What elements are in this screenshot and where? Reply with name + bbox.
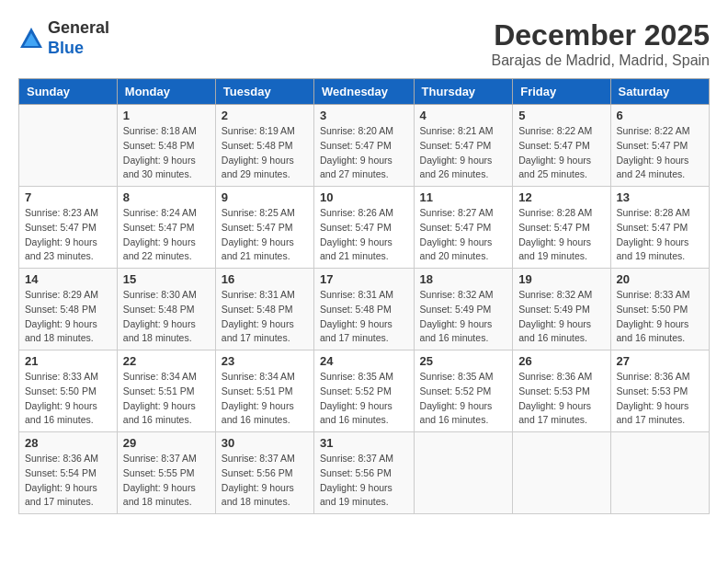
calendar-cell: [513, 432, 610, 514]
day-info: Sunrise: 8:35 AMSunset: 5:52 PMDaylight:…: [420, 370, 507, 428]
location-title: Barajas de Madrid, Madrid, Spain: [492, 52, 710, 69]
day-info: Sunrise: 8:24 AMSunset: 5:47 PMDaylight:…: [123, 206, 210, 264]
day-number: 9: [222, 190, 308, 204]
logo-text: General Blue: [48, 18, 109, 58]
day-number: 27: [617, 354, 703, 368]
day-header-sunday: Sunday: [19, 79, 118, 105]
calendar-cell: 4Sunrise: 8:21 AMSunset: 5:47 PMDaylight…: [414, 105, 513, 187]
calendar-cell: 3Sunrise: 8:20 AMSunset: 5:47 PMDaylight…: [314, 105, 415, 187]
calendar-cell: 7Sunrise: 8:23 AMSunset: 5:47 PMDaylight…: [19, 187, 118, 269]
day-info: Sunrise: 8:26 AMSunset: 5:47 PMDaylight:…: [320, 206, 408, 264]
day-info: Sunrise: 8:37 AMSunset: 5:56 PMDaylight:…: [222, 452, 308, 510]
calendar-cell: 16Sunrise: 8:31 AMSunset: 5:48 PMDayligh…: [215, 269, 313, 350]
day-info: Sunrise: 8:31 AMSunset: 5:48 PMDaylight:…: [222, 288, 308, 346]
day-number: 5: [518, 109, 604, 122]
day-info: Sunrise: 8:36 AMSunset: 5:53 PMDaylight:…: [518, 370, 604, 428]
day-info: Sunrise: 8:18 AMSunset: 5:48 PMDaylight:…: [123, 124, 210, 182]
calendar-cell: [414, 432, 513, 514]
calendar-week-row: 7Sunrise: 8:23 AMSunset: 5:47 PMDaylight…: [19, 187, 710, 269]
logo-blue: Blue: [48, 39, 84, 57]
day-info: Sunrise: 8:22 AMSunset: 5:47 PMDaylight:…: [518, 124, 604, 182]
day-info: Sunrise: 8:34 AMSunset: 5:51 PMDaylight:…: [222, 370, 308, 428]
day-header-tuesday: Tuesday: [215, 79, 313, 105]
calendar-cell: 8Sunrise: 8:24 AMSunset: 5:47 PMDaylight…: [117, 187, 215, 269]
calendar-cell: 1Sunrise: 8:18 AMSunset: 5:48 PMDaylight…: [117, 105, 215, 187]
day-info: Sunrise: 8:25 AMSunset: 5:47 PMDaylight:…: [222, 206, 308, 264]
calendar-cell: 10Sunrise: 8:26 AMSunset: 5:47 PMDayligh…: [314, 187, 415, 269]
day-number: 18: [420, 272, 507, 286]
day-header-monday: Monday: [117, 79, 215, 105]
calendar-cell: [19, 105, 118, 187]
day-info: Sunrise: 8:37 AMSunset: 5:55 PMDaylight:…: [123, 452, 210, 510]
calendar-cell: 26Sunrise: 8:36 AMSunset: 5:53 PMDayligh…: [513, 350, 610, 432]
calendar-cell: 30Sunrise: 8:37 AMSunset: 5:56 PMDayligh…: [215, 432, 313, 514]
calendar-cell: 6Sunrise: 8:22 AMSunset: 5:47 PMDaylight…: [610, 105, 709, 187]
day-info: Sunrise: 8:20 AMSunset: 5:47 PMDaylight:…: [320, 124, 408, 182]
day-info: Sunrise: 8:34 AMSunset: 5:51 PMDaylight:…: [123, 370, 210, 428]
calendar-cell: 14Sunrise: 8:29 AMSunset: 5:48 PMDayligh…: [19, 269, 118, 350]
calendar-cell: 9Sunrise: 8:25 AMSunset: 5:47 PMDaylight…: [215, 187, 313, 269]
day-number: 25: [420, 354, 507, 368]
calendar-week-row: 21Sunrise: 8:33 AMSunset: 5:50 PMDayligh…: [19, 350, 710, 432]
day-info: Sunrise: 8:21 AMSunset: 5:47 PMDaylight:…: [420, 124, 507, 182]
calendar-cell: 2Sunrise: 8:19 AMSunset: 5:48 PMDaylight…: [215, 105, 313, 187]
day-number: 3: [320, 109, 408, 122]
calendar-cell: 17Sunrise: 8:31 AMSunset: 5:48 PMDayligh…: [314, 269, 415, 350]
month-title: December 2025: [492, 18, 710, 52]
logo: General Blue: [18, 18, 109, 58]
calendar-cell: 25Sunrise: 8:35 AMSunset: 5:52 PMDayligh…: [414, 350, 513, 432]
day-number: 31: [320, 436, 408, 450]
calendar-cell: 22Sunrise: 8:34 AMSunset: 5:51 PMDayligh…: [117, 350, 215, 432]
day-number: 1: [123, 109, 210, 122]
day-info: Sunrise: 8:32 AMSunset: 5:49 PMDaylight:…: [420, 288, 507, 346]
calendar-cell: 12Sunrise: 8:28 AMSunset: 5:47 PMDayligh…: [513, 187, 610, 269]
calendar-week-row: 28Sunrise: 8:36 AMSunset: 5:54 PMDayligh…: [19, 432, 710, 514]
day-number: 13: [617, 190, 703, 204]
logo-general: General: [48, 18, 109, 37]
day-number: 10: [320, 190, 408, 204]
day-info: Sunrise: 8:19 AMSunset: 5:48 PMDaylight:…: [222, 124, 308, 182]
day-number: 17: [320, 272, 408, 286]
day-number: 20: [617, 272, 703, 286]
day-number: 29: [123, 436, 210, 450]
day-header-thursday: Thursday: [414, 79, 513, 105]
calendar-cell: 20Sunrise: 8:33 AMSunset: 5:50 PMDayligh…: [610, 269, 709, 350]
day-number: 16: [222, 272, 308, 286]
day-number: 11: [420, 190, 507, 204]
calendar-cell: 15Sunrise: 8:30 AMSunset: 5:48 PMDayligh…: [117, 269, 215, 350]
day-number: 30: [222, 436, 308, 450]
day-number: 7: [25, 190, 111, 204]
day-number: 28: [25, 436, 111, 450]
calendar-cell: 24Sunrise: 8:35 AMSunset: 5:52 PMDayligh…: [314, 350, 415, 432]
calendar-week-row: 1Sunrise: 8:18 AMSunset: 5:48 PMDaylight…: [19, 105, 710, 187]
calendar-cell: 29Sunrise: 8:37 AMSunset: 5:55 PMDayligh…: [117, 432, 215, 514]
day-number: 2: [222, 109, 308, 122]
calendar-cell: 18Sunrise: 8:32 AMSunset: 5:49 PMDayligh…: [414, 269, 513, 350]
header-row: SundayMondayTuesdayWednesdayThursdayFrid…: [19, 79, 710, 105]
day-info: Sunrise: 8:28 AMSunset: 5:47 PMDaylight:…: [518, 206, 604, 264]
day-number: 26: [518, 354, 604, 368]
calendar-cell: 13Sunrise: 8:28 AMSunset: 5:47 PMDayligh…: [610, 187, 709, 269]
header: General Blue December 2025 Barajas de Ma…: [18, 18, 710, 69]
day-number: 14: [25, 272, 111, 286]
calendar-cell: 11Sunrise: 8:27 AMSunset: 5:47 PMDayligh…: [414, 187, 513, 269]
calendar-cell: 31Sunrise: 8:37 AMSunset: 5:56 PMDayligh…: [314, 432, 415, 514]
day-info: Sunrise: 8:33 AMSunset: 5:50 PMDaylight:…: [617, 288, 703, 346]
day-info: Sunrise: 8:35 AMSunset: 5:52 PMDaylight:…: [320, 370, 408, 428]
day-info: Sunrise: 8:36 AMSunset: 5:54 PMDaylight:…: [25, 452, 111, 510]
day-number: 6: [617, 109, 703, 122]
day-info: Sunrise: 8:28 AMSunset: 5:47 PMDaylight:…: [617, 206, 703, 264]
day-number: 22: [123, 354, 210, 368]
calendar-table: SundayMondayTuesdayWednesdayThursdayFrid…: [18, 78, 710, 514]
day-header-saturday: Saturday: [610, 79, 709, 105]
day-info: Sunrise: 8:36 AMSunset: 5:53 PMDaylight:…: [617, 370, 703, 428]
day-info: Sunrise: 8:37 AMSunset: 5:56 PMDaylight:…: [320, 452, 408, 510]
day-info: Sunrise: 8:23 AMSunset: 5:47 PMDaylight:…: [25, 206, 111, 264]
day-number: 24: [320, 354, 408, 368]
calendar-cell: 21Sunrise: 8:33 AMSunset: 5:50 PMDayligh…: [19, 350, 118, 432]
calendar-cell: 19Sunrise: 8:32 AMSunset: 5:49 PMDayligh…: [513, 269, 610, 350]
calendar-week-row: 14Sunrise: 8:29 AMSunset: 5:48 PMDayligh…: [19, 269, 710, 350]
day-header-friday: Friday: [513, 79, 610, 105]
title-area: December 2025 Barajas de Madrid, Madrid,…: [492, 18, 710, 69]
calendar-cell: 27Sunrise: 8:36 AMSunset: 5:53 PMDayligh…: [610, 350, 709, 432]
